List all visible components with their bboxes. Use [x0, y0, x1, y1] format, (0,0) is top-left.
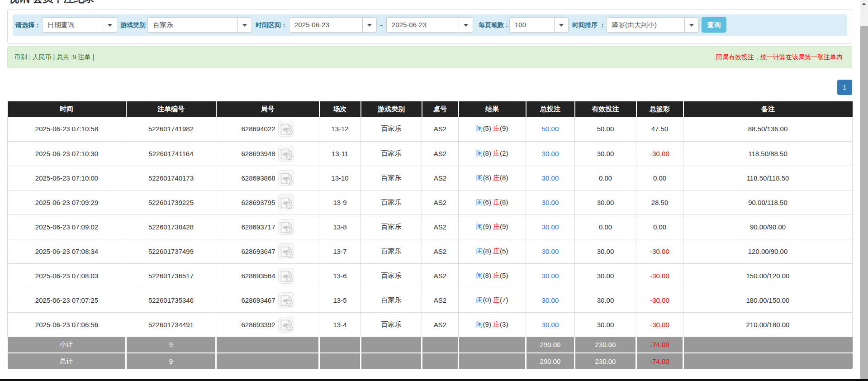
cell-session: 13-5 — [319, 288, 361, 312]
result-player-score: (9) — [483, 320, 491, 328]
header-remark: 备注 — [683, 101, 853, 117]
cell-bet-id: 522601735346 — [126, 288, 216, 312]
round-id-text: 628693795 — [241, 199, 275, 206]
header-total-bet: 总投注 — [526, 101, 575, 117]
cell-bet-id: 522601741982 — [126, 117, 216, 141]
total-row: 总计 9 290.00 230.00 -74.00 — [8, 353, 853, 369]
video-file-icon — [278, 170, 294, 186]
table-row: 2025-06-23 07:07:25 522601735346 6286934… — [8, 288, 853, 312]
video-replay-button[interactable] — [278, 268, 294, 284]
cell-game-type: 百家乐 — [361, 312, 422, 337]
table-row: 2025-06-23 07:08:34 522601737499 6286936… — [8, 239, 853, 263]
cell-table-no: AS2 — [422, 190, 459, 214]
table-row: 2025-06-23 07:09:29 522601739225 6286937… — [8, 190, 853, 214]
bottom-frame-bar — [0, 379, 868, 381]
total-bet-link[interactable]: 30.00 — [542, 272, 559, 280]
video-file-icon — [278, 243, 294, 259]
date-from-arrow[interactable] — [362, 18, 376, 32]
result-player-label: 闲 — [476, 124, 483, 132]
filter-panel: 请选择： 日期查询 游戏类别 百家乐 时间区间： 2025-06-23 ~ 20… — [7, 10, 852, 44]
video-replay-button[interactable] — [278, 146, 294, 162]
cell-table-no: AS2 — [422, 263, 459, 288]
video-replay-button[interactable] — [278, 292, 294, 308]
result-banker-label: 庄 — [493, 124, 500, 132]
game-type-select[interactable]: 百家乐 — [147, 17, 252, 33]
total-bet-link[interactable]: 30.00 — [542, 223, 559, 231]
date-from-select[interactable]: 2025-06-23 — [289, 17, 377, 33]
header-result: 结果 — [459, 101, 526, 117]
cell-round-id: 628693647 — [216, 239, 319, 263]
query-type-select[interactable]: 日期查询 — [42, 17, 117, 33]
table-row: 2025-06-23 07:10:58 522601741982 6286940… — [8, 117, 853, 141]
cell-session: 13-6 — [319, 263, 361, 288]
cell-total-bet: 30.00 — [526, 141, 575, 166]
header-time: 时间 — [8, 101, 126, 117]
summary-bar: 币别 : 人民币 | 总共 :9 注单 | 同局有效投注，统一计算在该局第一张注… — [7, 46, 852, 68]
vertical-scrollbar[interactable] — [860, 0, 868, 381]
cell-result: 闲(5) 庄(9) — [459, 117, 526, 141]
date-to-arrow[interactable] — [459, 18, 473, 32]
result-banker-score: (5) — [500, 247, 508, 255]
header-bet-id: 注单编号 — [126, 101, 216, 117]
result-banker-label: 庄 — [493, 271, 500, 279]
result-banker-label: 庄 — [493, 296, 500, 304]
cell-valid-bet: 30.00 — [575, 141, 636, 166]
total-bet-link[interactable]: 30.00 — [542, 199, 559, 206]
result-player-score: (8) — [483, 247, 491, 255]
result-player-label: 闲 — [476, 223, 483, 230]
scrollbar-up-arrow-icon[interactable] — [860, 0, 868, 8]
page: 视讯 会员下注纪录 请选择： 日期查询 游戏类别 百家乐 时间区间： 2025-… — [0, 0, 868, 381]
chevron-down-icon — [108, 24, 112, 27]
video-replay-button[interactable] — [278, 195, 294, 210]
result-player-score: (8) — [483, 271, 491, 279]
subtotal-payout: -74.00 — [636, 337, 683, 353]
cell-total-bet: 30.00 — [526, 312, 575, 337]
result-banker-score: (3) — [500, 320, 508, 328]
cell-payout: -30.00 — [636, 288, 683, 312]
result-player-score: (6) — [483, 198, 491, 206]
cell-valid-bet: 30.00 — [575, 239, 636, 263]
total-bet-link[interactable]: 50.00 — [542, 125, 559, 133]
cell-bet-id: 522601734491 — [126, 312, 216, 337]
cell-payout: -30.00 — [636, 312, 683, 337]
cell-result: 闲(8) 庄(5) — [459, 239, 526, 263]
game-type-arrow[interactable] — [237, 18, 251, 32]
cell-round-id: 628693467 — [216, 288, 319, 312]
summary-note: 同局有效投注，统一计算在该局第一张注单内 — [716, 47, 843, 68]
total-bet-link[interactable]: 30.00 — [542, 174, 559, 182]
cell-remark: 90.00/118.50 — [683, 190, 853, 214]
video-replay-button[interactable] — [278, 219, 294, 235]
cell-valid-bet: 30.00 — [575, 190, 636, 214]
total-bet-link[interactable]: 30.00 — [542, 296, 559, 304]
table-row: 2025-06-23 07:06:56 522601734491 6286933… — [8, 312, 853, 337]
video-replay-button[interactable] — [278, 243, 294, 259]
page-size-arrow[interactable] — [554, 18, 568, 32]
cell-valid-bet: 50.00 — [575, 117, 636, 141]
total-bet-link[interactable]: 30.00 — [542, 321, 559, 329]
time-sort-select[interactable]: 降幂(由大到小) — [606, 17, 699, 33]
total-bet-link[interactable]: 30.00 — [542, 248, 559, 255]
cell-table-no: AS2 — [422, 312, 459, 337]
header-valid-bet: 有效投注 — [575, 101, 636, 117]
search-button[interactable]: 查询 — [702, 17, 726, 33]
page-size-select[interactable]: 100 — [509, 17, 569, 33]
video-replay-button[interactable] — [278, 170, 294, 186]
cell-game-type: 百家乐 — [361, 166, 422, 190]
video-replay-button[interactable] — [278, 121, 294, 137]
cell-payout: -30.00 — [636, 239, 683, 263]
video-replay-button[interactable] — [278, 317, 294, 333]
date-to-select[interactable]: 2025-06-23 — [386, 17, 473, 33]
cell-valid-bet: 30.00 — [575, 312, 636, 337]
cell-time: 2025-06-23 07:08:34 — [8, 239, 126, 263]
query-type-arrow[interactable] — [103, 18, 117, 32]
time-sort-arrow[interactable] — [684, 18, 698, 32]
total-bet-link[interactable]: 30.00 — [542, 150, 559, 157]
cell-total-bet: 30.00 — [526, 239, 575, 263]
result-player-label: 闲 — [476, 174, 483, 181]
pagination-page-1[interactable]: 1 — [837, 80, 852, 95]
cell-remark: 210.00/180.00 — [683, 312, 853, 337]
cell-remark: 120.00/90.00 — [683, 239, 853, 263]
round-id-text: 628693948 — [241, 150, 275, 157]
header-table-no: 桌号 — [422, 101, 459, 117]
scrollbar-thumb[interactable] — [860, 26, 868, 379]
